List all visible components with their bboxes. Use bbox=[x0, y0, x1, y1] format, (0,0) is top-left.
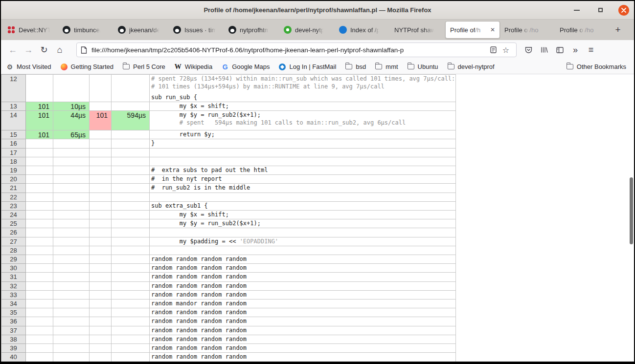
time-in-subs-cell bbox=[112, 157, 150, 166]
bookmark-perl-5-core[interactable]: Perl 5 Core bbox=[122, 63, 165, 71]
maximize-button[interactable] bbox=[595, 5, 606, 16]
source-code-cell: # extra subs to pad out the html bbox=[150, 166, 456, 175]
library-button[interactable] bbox=[536, 43, 552, 57]
sidebars-button[interactable] bbox=[552, 43, 567, 57]
bookmark-label: Google Maps bbox=[232, 63, 270, 70]
reader-mode-button[interactable] bbox=[487, 43, 499, 56]
bookmark-other-bookmarks[interactable]: Other Bookmarks bbox=[566, 63, 626, 71]
code-text: sub extra_sub1 { bbox=[151, 202, 208, 209]
reload-icon: ↻ bbox=[40, 44, 47, 55]
line-number: 35 bbox=[1, 308, 26, 317]
annotation-text: # spent 728µs (134+594) within main::run… bbox=[151, 75, 455, 82]
tab-5[interactable]: nytprofhtm bbox=[224, 21, 279, 39]
statements-cell bbox=[26, 237, 53, 246]
tab-4[interactable]: Issues · tim bbox=[169, 21, 224, 39]
pocket-button[interactable] bbox=[521, 43, 536, 57]
source-line: random random random random bbox=[151, 317, 455, 325]
line-number: 27 bbox=[1, 237, 26, 246]
tab-2[interactable]: timbunce/ bbox=[58, 21, 113, 39]
statements-cell bbox=[26, 148, 53, 157]
code-text: random random random random bbox=[151, 318, 247, 324]
source-line: random random random random bbox=[151, 335, 455, 343]
source-code-cell bbox=[150, 157, 456, 166]
title-bar: Profile of /home/jkeenan/learn/perl/nytp… bbox=[1, 1, 634, 20]
calls-cell bbox=[90, 353, 112, 362]
folder-glyph bbox=[123, 64, 130, 69]
source-code-cell: random random random random bbox=[150, 264, 456, 273]
profile-row-40: 40random random random random bbox=[1, 353, 456, 362]
new-tab-button[interactable]: + bbox=[611, 21, 625, 39]
tab-11[interactable]: Profile of /ho bbox=[555, 21, 611, 39]
time-cell bbox=[53, 255, 90, 264]
google-icon: G bbox=[221, 63, 229, 71]
time-in-subs-cell bbox=[112, 75, 150, 102]
tab-1[interactable]: Devel::NYT bbox=[3, 21, 58, 39]
time-cell bbox=[53, 219, 90, 228]
reload-button[interactable]: ↻ bbox=[36, 43, 52, 57]
back-button[interactable]: ← bbox=[5, 43, 21, 57]
green-favicon-icon bbox=[284, 26, 292, 34]
statements-cell bbox=[26, 273, 53, 281]
bookmark-most-visited[interactable]: ⚙Most Visited bbox=[6, 63, 51, 71]
profile-row-22: 22 bbox=[1, 193, 456, 201]
bookmark-google-maps[interactable]: GGoogle Maps bbox=[221, 63, 270, 71]
url-bar[interactable]: file:///home/jkeenan/tmp/2c205b5406-NYTP… bbox=[76, 43, 517, 57]
source-line: random random random random bbox=[151, 326, 455, 334]
time-in-subs-cell bbox=[112, 290, 150, 299]
time-in-subs-cell bbox=[112, 175, 150, 184]
back-icon: ← bbox=[8, 45, 17, 55]
source-line: # run_sub2 is in the middle bbox=[151, 184, 455, 192]
statements-cell bbox=[26, 281, 53, 290]
calls-cell: 101 bbox=[90, 110, 112, 130]
statements-cell: 101 bbox=[26, 130, 53, 139]
bookmark-label: Log In | FastMail bbox=[289, 63, 336, 70]
minimize-button[interactable] bbox=[571, 5, 582, 16]
code-text: my $padding = << bbox=[151, 238, 240, 245]
time-cell: 10µs bbox=[53, 102, 90, 110]
bookmark-ubuntu[interactable]: Ubuntu bbox=[407, 63, 438, 71]
tab-10[interactable]: Profile of /ho bbox=[500, 21, 555, 39]
tab-3[interactable]: jkeenan/de bbox=[113, 21, 169, 39]
tab-7[interactable]: Index of /p bbox=[335, 21, 390, 39]
source-line: sub extra_sub1 { bbox=[151, 202, 455, 210]
vertical-scrollbar[interactable] bbox=[630, 177, 633, 244]
tab-6[interactable]: devel-nytp bbox=[279, 21, 335, 39]
tab-close-icon[interactable]: ✕ bbox=[488, 26, 495, 33]
bookmark-label: mmt bbox=[386, 63, 398, 70]
tab-8[interactable]: NYTProf shaw bbox=[390, 21, 445, 39]
source-line: my $y = run_sub2($x+1); bbox=[151, 219, 455, 227]
profile-row-37: 37random random random random bbox=[1, 326, 456, 335]
bookmark-mmt[interactable]: mmt bbox=[375, 63, 398, 71]
profile-row-19: 19# extra subs to pad out the html bbox=[1, 166, 456, 175]
time-in-subs-cell bbox=[112, 211, 150, 219]
tab-label-dim: /ho bbox=[585, 26, 593, 34]
line-number: 39 bbox=[1, 344, 26, 353]
forward-button[interactable]: → bbox=[21, 43, 36, 57]
bookmark-bsd[interactable]: bsd bbox=[345, 63, 366, 71]
tab-9[interactable]: Profile of /h✕ bbox=[445, 21, 500, 39]
home-button[interactable]: ⌂ bbox=[52, 43, 68, 57]
line-number: 34 bbox=[1, 300, 26, 308]
app-menu-button[interactable]: ≡ bbox=[583, 43, 599, 57]
window-title: Profile of /home/jkeenan/learn/perl/nytp… bbox=[1, 6, 634, 14]
calls-cell bbox=[90, 273, 112, 281]
bookmark-wikipedia[interactable]: WWikipedia bbox=[174, 63, 212, 71]
bookmark-label: Most Visited bbox=[17, 63, 51, 70]
calls-cell bbox=[90, 317, 112, 326]
time-in-subs-cell bbox=[112, 130, 150, 139]
bookmark-log-in-fastmail[interactable]: Log In | FastMail bbox=[278, 63, 336, 71]
close-button[interactable] bbox=[618, 5, 629, 16]
bookmark-getting-started[interactable]: Getting Started bbox=[60, 63, 113, 71]
folder-glyph bbox=[448, 64, 454, 69]
line-number: 29 bbox=[1, 255, 26, 264]
source-code-cell: random random random random bbox=[150, 353, 456, 362]
bookmark-star-button[interactable]: ☆ bbox=[499, 43, 512, 56]
time-in-subs-cell bbox=[112, 102, 150, 110]
time-cell bbox=[53, 326, 90, 335]
line-number: 18 bbox=[1, 157, 26, 166]
calls-cell bbox=[90, 211, 112, 219]
time-cell bbox=[53, 264, 90, 273]
overflow-menu-button[interactable]: » bbox=[567, 43, 583, 57]
bookmark-label: Getting Started bbox=[71, 63, 113, 70]
bookmark-devel-nytprof[interactable]: devel-nytprof bbox=[447, 63, 495, 71]
